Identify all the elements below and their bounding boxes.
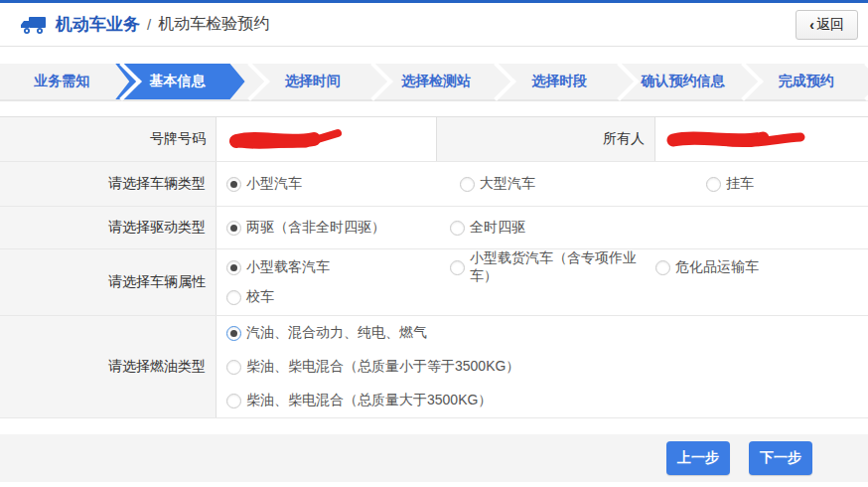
row-vehicle-attribute: 请选择车辆属性 小型载客汽车 小型载货汽车（含专项作业车） 危化品运输车 <box>0 249 868 316</box>
owner-label: 所有人 <box>437 117 655 161</box>
option-diesel-over-3500kg[interactable]: 柴油、柴电混合（总质量大于3500KG） <box>226 392 492 409</box>
option-label: 全时四驱 <box>470 219 525 237</box>
option-full-time-4wd[interactable]: 全时四驱 <box>450 219 525 237</box>
option-label: 校车 <box>246 288 274 306</box>
option-trailer[interactable]: 挂车 <box>706 175 754 193</box>
option-school-bus[interactable]: 校车 <box>226 288 274 306</box>
row-fuel-type: 请选择燃油类型 汽油、混合动力、纯电、燃气 柴油、柴电混合（总质量小于等于350… <box>0 316 868 418</box>
radio-icon[interactable] <box>226 394 241 408</box>
option-label: 大型汽车 <box>480 175 535 193</box>
option-small-car[interactable]: 小型汽车 <box>226 175 460 193</box>
owner-value <box>655 117 868 161</box>
radio-icon[interactable] <box>226 221 241 236</box>
radio-icon[interactable] <box>226 177 241 192</box>
plate-number-label: 号牌号码 <box>0 117 217 161</box>
page-title-category: 机动车业务 <box>56 13 140 36</box>
vehicle-type-options: 小型汽车 大型汽车 挂车 <box>226 169 868 199</box>
step-navigation: 业务需知 基本信息 选择时间 选择检测站 选择时段 确认预约信息 完成预约 <box>0 64 868 101</box>
page-title-current: 机动车检验预约 <box>158 14 269 35</box>
footer-action-bar: 上一步 下一步 <box>0 434 868 482</box>
option-label: 小型载客汽车 <box>246 258 330 276</box>
radio-icon[interactable] <box>460 177 475 192</box>
plate-number-value <box>217 117 437 161</box>
option-label: 柴油、柴电混合（总质量大于3500KG） <box>246 392 492 409</box>
vehicle-attribute-options-line1: 小型载客汽车 小型载货汽车（含专项作业车） 危化品运输车 <box>226 252 868 282</box>
truck-icon <box>20 14 48 36</box>
vehicle-inspection-appointment-page: 机动车业务 / 机动车检验预约 ‹ 返回 业务需知 基本信息 选择时间 选择检测… <box>0 0 868 487</box>
row-drive-type: 请选择驱动类型 两驱（含非全时四驱） 全时四驱 <box>0 207 868 249</box>
drive-type-label: 请选择驱动类型 <box>0 207 217 248</box>
radio-icon[interactable] <box>226 326 241 341</box>
radio-icon[interactable] <box>226 260 241 275</box>
option-large-car[interactable]: 大型汽车 <box>460 175 706 193</box>
vehicle-attribute-label: 请选择车辆属性 <box>0 249 217 315</box>
appointment-form: 号牌号码 所有人 请选择车辆类型 <box>0 116 868 418</box>
row-vehicle-type: 请选择车辆类型 小型汽车 大型汽车 挂车 <box>0 162 868 207</box>
previous-step-button[interactable]: 上一步 <box>666 441 730 475</box>
option-small-passenger[interactable]: 小型载客汽车 <box>226 258 450 276</box>
option-hazmat-transport[interactable]: 危化品运输车 <box>655 258 759 276</box>
option-label: 挂车 <box>726 175 754 193</box>
fuel-type-label: 请选择燃油类型 <box>0 316 217 417</box>
next-step-button[interactable]: 下一步 <box>749 441 812 475</box>
fuel-type-option-line1: 汽油、混合动力、纯电、燃气 <box>226 316 868 350</box>
drive-type-options: 两驱（含非全时四驱） 全时四驱 <box>226 213 868 243</box>
radio-icon[interactable] <box>450 221 465 236</box>
option-label: 小型汽车 <box>246 175 302 193</box>
vehicle-type-label: 请选择车辆类型 <box>0 162 217 206</box>
back-button-label: 返回 <box>816 16 844 34</box>
radio-icon[interactable] <box>655 260 670 275</box>
option-diesel-under-3500kg[interactable]: 柴油、柴电混合（总质量小于等于3500KG） <box>226 358 519 376</box>
redacted-owner-name <box>663 126 812 152</box>
vehicle-attribute-options-line2: 校车 <box>226 282 868 312</box>
fuel-type-option-line3: 柴油、柴电混合（总质量大于3500KG） <box>226 384 868 417</box>
redacted-plate-number <box>226 126 354 152</box>
option-label: 小型载货汽车（含专项作业车） <box>470 249 655 285</box>
radio-icon[interactable] <box>226 360 241 375</box>
option-gasoline-hybrid-electric-gas[interactable]: 汽油、混合动力、纯电、燃气 <box>226 324 427 342</box>
breadcrumb-separator: / <box>147 16 151 33</box>
radio-icon[interactable] <box>706 177 721 192</box>
row-plate-owner: 号牌号码 所有人 <box>0 117 868 162</box>
option-label: 两驱（含非全时四驱） <box>246 219 385 237</box>
option-label: 汽油、混合动力、纯电、燃气 <box>246 324 427 342</box>
option-label: 柴油、柴电混合（总质量小于等于3500KG） <box>246 358 519 376</box>
option-label: 危化品运输车 <box>675 258 759 276</box>
back-button[interactable]: ‹ 返回 <box>796 10 858 40</box>
option-small-cargo[interactable]: 小型载货汽车（含专项作业车） <box>450 249 655 285</box>
page-header: 机动车业务 / 机动车检验预约 ‹ 返回 <box>0 3 868 47</box>
fuel-type-option-line2: 柴油、柴电混合（总质量小于等于3500KG） <box>226 350 868 384</box>
option-two-wheel-drive[interactable]: 两驱（含非全时四驱） <box>226 219 450 237</box>
radio-icon[interactable] <box>450 260 465 275</box>
radio-icon[interactable] <box>226 290 241 305</box>
back-chevron-icon: ‹ <box>809 18 814 32</box>
